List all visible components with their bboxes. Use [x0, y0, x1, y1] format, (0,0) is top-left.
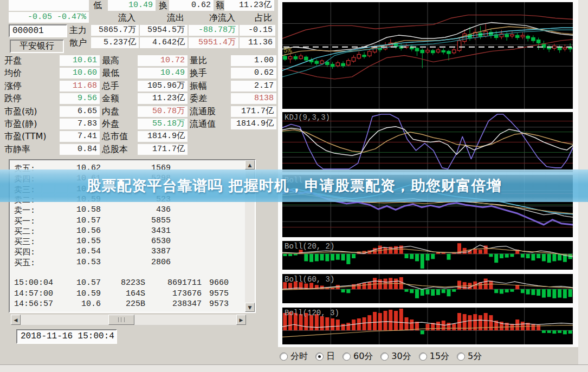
flow-header: 流出 — [140, 12, 188, 23]
percent-axis-label: 5% — [283, 47, 292, 55]
period-radio-分时[interactable]: 分时 — [280, 351, 308, 362]
stat-label: 跌停 — [4, 93, 57, 104]
flow-cell: 4.642亿 — [140, 37, 188, 48]
flow-header: 流入 — [91, 12, 139, 23]
h-scrollbar-right-icon[interactable]: ▶ — [236, 315, 246, 325]
low-value: 10.49 — [108, 0, 156, 11]
stat-label: 流通值 — [190, 118, 230, 129]
main-candle-chart[interactable]: 5% — [282, 2, 573, 109]
stat-label: 总手 — [102, 80, 137, 92]
stat-value: 10.61 — [60, 55, 100, 66]
stat-value: 8138 — [231, 93, 276, 104]
boll120-histogram-chart[interactable]: Boll(120, 3) — [282, 308, 573, 344]
stat-label: 涨停 — [4, 80, 57, 92]
period-radio-日[interactable]: 日 — [315, 351, 335, 362]
stat-label: 市盈(动) — [4, 106, 57, 117]
indicator-label: Boll(120, 3) — [285, 309, 339, 317]
stat-value: 1.00 — [231, 55, 276, 66]
stat-label: 流通股 — [190, 106, 230, 117]
ad-banner-overlay[interactable]: 股票配资平台靠谱吗 把握时机，申请股票配资，助您财富倍增 — [0, 169, 588, 202]
radio-circle-icon — [380, 353, 389, 361]
boll60-histogram-chart[interactable]: Boll(60, 3) — [282, 274, 573, 303]
time-sales-row[interactable]: 14:56:5710.6225B2383479573 — [11, 299, 244, 310]
low-label: 低 — [93, 0, 102, 11]
price-box-partial — [9, 0, 89, 11]
h-scrollbar-left-icon[interactable]: ◀ — [11, 315, 21, 325]
order-book-row[interactable]: 买三:10.556530 — [11, 237, 244, 247]
stat-value: 11.68 — [60, 81, 100, 92]
period-radio-60分[interactable]: 60分 — [343, 351, 373, 362]
change-value: -0.05 -0.47% — [9, 12, 89, 23]
kdj-indicator-chart[interactable]: KDJ(9,3,3) — [282, 112, 573, 172]
stat-label: 外盘 — [102, 118, 137, 129]
stat-label: 总股本 — [102, 143, 137, 155]
stat-label: 振幅 — [190, 80, 230, 92]
flow-header: 占比 — [240, 12, 275, 23]
period-radio-label: 60分 — [353, 351, 373, 362]
v-scrollbar-down-icon[interactable]: ▼ — [245, 303, 255, 312]
radio-dot-icon — [318, 355, 321, 358]
stat-value: 50.78万 — [138, 106, 188, 117]
period-radio-30分[interactable]: 30分 — [380, 351, 411, 362]
period-radio-label: 分时 — [290, 351, 308, 362]
stat-value: 55.18万 — [138, 119, 188, 129]
stat-value: 0.62 — [231, 68, 276, 79]
period-radio-label: 15分 — [430, 351, 449, 362]
radio-circle-icon — [457, 353, 465, 361]
stat-label: 总市值 — [102, 130, 137, 142]
radio-circle-icon — [419, 353, 427, 361]
order-book-row[interactable]: 卖一:10.58436 — [11, 205, 244, 216]
order-book-row[interactable]: 买一:10.575855 — [11, 216, 244, 227]
flow-header: 净流入 — [189, 12, 238, 23]
stat-label: 金额 — [102, 93, 137, 104]
indicator-label: KDJ(9,3,3) — [285, 113, 330, 122]
order-book-row[interactable]: 买五:10.532806 — [11, 258, 244, 269]
stat-value: 2.17 — [231, 81, 276, 92]
stat-value: 1814.9亿 — [231, 119, 276, 129]
stat-value: 171.7亿 — [231, 106, 276, 117]
time-sales-row[interactable]: 14:57:0010.59164S1736769575 — [11, 289, 244, 300]
time-sales-row[interactable]: 15:00:0410.578223S86917119660 — [11, 278, 244, 289]
stat-value: 10.60 — [60, 68, 100, 79]
h-scrollbar-thumb[interactable] — [108, 315, 134, 325]
stat-value: 10.49 — [138, 68, 188, 79]
flow-cell: 5954.5万 — [140, 25, 188, 36]
flow-cell: -88.78万 — [189, 25, 238, 36]
stat-label: 委差 — [190, 93, 230, 104]
stat-label: 内盘 — [102, 106, 137, 117]
turnover-value: 0.62 — [169, 0, 214, 11]
stat-value: 9.56 — [60, 93, 100, 104]
flow-cell: 5951.4万 — [189, 37, 238, 48]
stock-code-input[interactable]: 000001 — [9, 24, 67, 37]
stat-value: 0.84 — [60, 144, 100, 155]
datetime-box[interactable]: 2018-11-16 15:00:4 — [16, 329, 117, 344]
v-scrollbar-up-icon[interactable]: ▲ — [245, 160, 255, 169]
stat-value: 7.83 — [60, 119, 100, 129]
flow-cell: 5865.7万 — [91, 25, 139, 36]
period-radio-label: 30分 — [391, 351, 411, 362]
stat-label: 均价 — [4, 67, 57, 79]
stat-label: 开盘 — [4, 55, 57, 66]
window-bottom-edge — [0, 364, 588, 372]
flow-row-label: 主力 — [69, 24, 87, 36]
stock-name-box: 平安银行 — [10, 40, 64, 53]
order-book-row[interactable]: 买二:10.563431 — [11, 226, 244, 237]
amount-label: 额 — [216, 0, 224, 11]
stat-label: 最高 — [102, 55, 137, 66]
boll20-histogram-chart[interactable]: Boll(20, 2) — [282, 241, 573, 270]
period-radio-15分[interactable]: 15分 — [419, 351, 449, 362]
radio-circle-icon — [343, 353, 351, 361]
stat-label: 市盈(TTM) — [4, 130, 57, 142]
flow-cell: 5.237亿 — [91, 37, 139, 48]
indicator-label: Boll(60, 3) — [285, 275, 334, 284]
order-book-row[interactable]: 买四:10.543387 — [11, 247, 244, 258]
stat-value: 1814.9亿 — [138, 131, 188, 142]
period-selector: 分时日60分30分15分5分 — [280, 351, 489, 362]
stat-value: 7.41 — [60, 131, 100, 142]
period-radio-label: 日 — [326, 351, 335, 362]
flow-cell: 11.36 — [240, 37, 275, 48]
turnover-label: 换 — [159, 0, 167, 11]
period-radio-5分[interactable]: 5分 — [457, 351, 482, 362]
stat-label: 市静率 — [4, 143, 57, 155]
stat-label: 市盈(静) — [4, 118, 57, 129]
